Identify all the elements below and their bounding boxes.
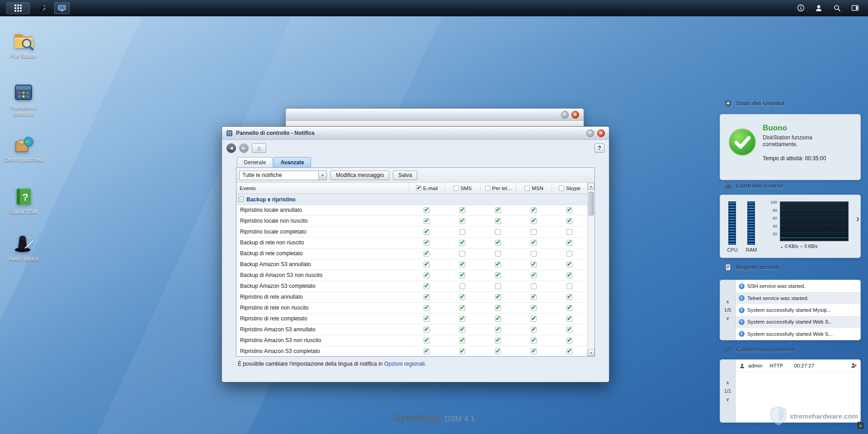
tab-avanzate[interactable]: Avanzate	[274, 157, 311, 167]
dialog-titlebar[interactable]: Pannello di controllo - Notifica	[222, 127, 609, 140]
checkbox[interactable]	[424, 283, 429, 289]
column-checkbox[interactable]	[416, 186, 421, 191]
checkbox[interactable]	[531, 207, 537, 213]
close-button[interactable]	[597, 129, 605, 137]
checkbox[interactable]	[566, 262, 572, 267]
table-row[interactable]: Ripristino Amazon S3 non riuscito	[236, 335, 587, 346]
notification-filter-select[interactable]: Tutte le notifiche	[239, 171, 327, 180]
checkbox[interactable]	[495, 229, 501, 235]
taskbar-app-storage-manager[interactable]	[54, 2, 70, 14]
close-button[interactable]	[571, 111, 579, 119]
minimize-button[interactable]	[586, 129, 594, 137]
checkbox[interactable]	[566, 305, 572, 311]
table-row[interactable]: Backup Amazon S3 completato	[236, 281, 587, 292]
checkbox[interactable]	[495, 240, 501, 246]
table-row[interactable]: Backup Amazon S3 annullato	[236, 259, 587, 270]
checkbox[interactable]	[459, 316, 465, 322]
back-button[interactable]: ◀	[226, 143, 236, 153]
log-entry[interactable]: iTelnet service was started.	[736, 292, 860, 304]
taskbar-app-quick-start[interactable]	[34, 2, 50, 14]
column-header-skype[interactable]: Skype	[552, 183, 587, 194]
tab-generale[interactable]: Generale	[237, 157, 273, 167]
checkbox[interactable]	[495, 338, 501, 343]
window-titlebar[interactable]	[286, 109, 584, 121]
table-row[interactable]: Ripristino Amazon S3 annullato	[236, 324, 587, 335]
checkbox[interactable]	[424, 240, 429, 246]
group-row-backup[interactable]: Backup e ripristino	[236, 194, 587, 205]
edit-message-button[interactable]: Modifica messaggio	[330, 171, 389, 180]
save-button[interactable]: Salva	[393, 171, 417, 180]
kick-connection-icon[interactable]	[850, 362, 857, 369]
checkbox[interactable]	[424, 338, 429, 343]
checkbox[interactable]	[459, 251, 465, 257]
checkbox[interactable]	[495, 283, 501, 289]
checkbox[interactable]	[459, 229, 465, 235]
log-entry[interactable]: iSystem successfully started Web S...	[736, 316, 860, 328]
checkbox[interactable]	[459, 294, 465, 300]
checkbox[interactable]	[566, 240, 572, 246]
info-icon[interactable]	[796, 3, 806, 13]
checkbox[interactable]	[566, 338, 572, 343]
chevron-down-icon[interactable]	[318, 171, 326, 180]
column-checkbox[interactable]	[559, 186, 564, 191]
checkbox[interactable]	[531, 294, 537, 300]
table-row[interactable]: Backup di rete completato	[236, 248, 587, 259]
checkbox[interactable]	[459, 207, 465, 213]
column-header-sms[interactable]: SMS	[444, 183, 480, 194]
checkbox[interactable]	[424, 327, 429, 333]
table-row[interactable]: Backup di rete non riuscito	[236, 238, 587, 248]
scroll-up-arrow[interactable]: ▲	[588, 183, 594, 190]
page-down-chevron[interactable]: ∨	[726, 397, 729, 402]
checkbox[interactable]	[459, 262, 465, 267]
forward-button[interactable]: ▶	[239, 143, 249, 153]
checkbox[interactable]	[495, 327, 501, 333]
checkbox[interactable]	[495, 262, 501, 267]
checkbox[interactable]	[566, 207, 572, 213]
column-header-phone[interactable]: Per tel...	[480, 183, 516, 194]
checkbox[interactable]	[531, 240, 537, 246]
collapse-icon[interactable]	[239, 197, 244, 202]
checkbox[interactable]	[424, 262, 429, 267]
table-row[interactable]: Ripristino locale completato	[236, 227, 587, 238]
checkbox[interactable]	[566, 294, 572, 300]
scroll-down-arrow[interactable]: ▼	[588, 349, 594, 356]
checkbox[interactable]	[459, 218, 465, 224]
checkbox[interactable]	[459, 305, 465, 311]
user-icon[interactable]	[814, 3, 824, 13]
checkbox[interactable]	[424, 294, 429, 300]
table-row[interactable]: Ripristino di rete non riuscito	[236, 303, 587, 314]
table-row[interactable]: Ripristino Amazon S3 completato	[236, 346, 587, 356]
checkbox[interactable]	[495, 316, 501, 322]
page-down-chevron[interactable]: ∨	[726, 316, 729, 321]
desktop-icon-dsm-help[interactable]: ? Guida DSM	[3, 186, 44, 215]
desktop-icon-control-panel[interactable]: Pannello di controllo	[3, 81, 44, 118]
checkbox[interactable]	[424, 218, 429, 224]
column-header-msn[interactable]: MSN	[516, 183, 552, 194]
column-checkbox[interactable]	[524, 186, 530, 191]
checkbox[interactable]	[531, 272, 537, 278]
search-icon[interactable]	[832, 3, 842, 13]
checkbox[interactable]	[495, 348, 501, 354]
checkbox[interactable]	[424, 348, 429, 354]
log-entry[interactable]: iSystem successfully started Mysql...	[736, 304, 860, 316]
checkbox[interactable]	[459, 240, 465, 246]
checkbox[interactable]	[531, 316, 537, 322]
scrollbar-thumb[interactable]	[589, 192, 594, 215]
checkbox[interactable]	[495, 294, 501, 300]
log-entry[interactable]: iSystem successfully started Web S...	[736, 328, 860, 340]
checkbox[interactable]	[459, 348, 465, 354]
checkbox[interactable]	[531, 262, 537, 267]
checkbox[interactable]	[566, 272, 572, 278]
page-up-chevron[interactable]: ∧	[726, 380, 729, 385]
checkbox[interactable]	[424, 272, 429, 278]
main-menu-button[interactable]	[6, 2, 30, 14]
checkbox[interactable]	[459, 327, 465, 333]
table-row[interactable]: Ripristino locale non riuscito	[236, 216, 587, 227]
regional-options-link[interactable]: Opzioni regionali	[384, 361, 425, 367]
checkbox[interactable]	[424, 229, 429, 235]
home-button[interactable]: ⌂	[252, 143, 266, 153]
connection-row[interactable]: admin HTTP 00:27:27	[736, 360, 860, 372]
checkbox[interactable]	[566, 218, 572, 224]
table-row[interactable]: Ripristino di rete completato	[236, 314, 587, 324]
checkbox[interactable]	[424, 251, 429, 257]
